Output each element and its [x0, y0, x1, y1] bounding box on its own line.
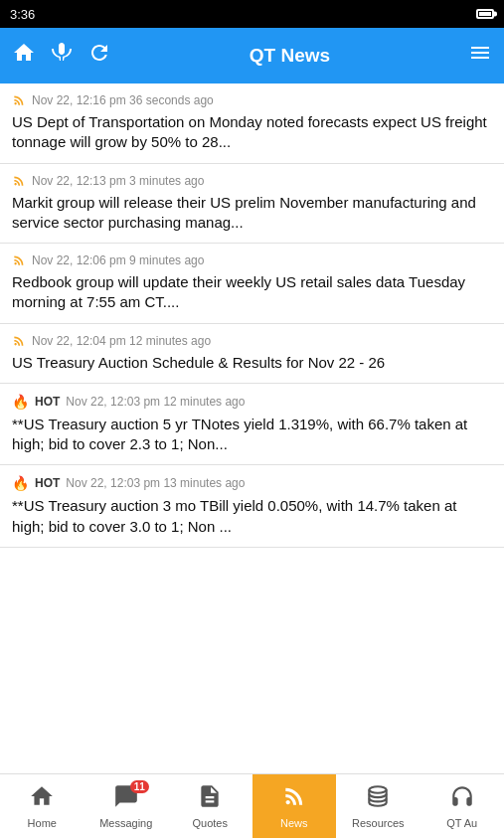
nav-item-qt-au[interactable]: QT Au	[420, 774, 505, 838]
header-title: QT News	[111, 45, 468, 67]
news-item[interactable]: Nov 22, 12:16 pm 36 seconds ago US Dept …	[0, 84, 504, 164]
rss-icon	[12, 334, 26, 348]
news-time: Nov 22, 12:13 pm 3 minutes ago	[32, 174, 204, 188]
news-title: **US Treasury auction 3 mo TBill yield 0…	[12, 496, 492, 537]
news-nav-label: News	[280, 817, 308, 829]
news-title: Redbook group will update their weekly U…	[12, 272, 492, 313]
quotes-nav-icon	[197, 783, 223, 815]
svg-point-0	[370, 786, 387, 793]
qt-au-nav-label: QT Au	[446, 817, 477, 829]
nav-item-resources[interactable]: Resources	[336, 774, 420, 838]
news-meta: 🔥 HOT Nov 22, 12:03 pm 13 minutes ago	[12, 475, 492, 491]
mic-icon[interactable]	[50, 41, 74, 71]
news-meta: 🔥 HOT Nov 22, 12:03 pm 12 minutes ago	[12, 394, 492, 410]
home-nav-icon	[29, 783, 55, 815]
nav-item-quotes[interactable]: Quotes	[168, 774, 252, 838]
news-meta: Nov 22, 12:13 pm 3 minutes ago	[12, 174, 492, 188]
bottom-nav: Home 11 Messaging Quotes News Resources …	[0, 773, 504, 838]
news-item[interactable]: 🔥 HOT Nov 22, 12:03 pm 13 minutes ago **…	[0, 465, 504, 548]
news-time: Nov 22, 12:03 pm 12 minutes ago	[66, 395, 245, 409]
refresh-icon[interactable]	[87, 41, 111, 71]
home-icon[interactable]	[12, 41, 36, 71]
status-time: 3:36	[10, 7, 35, 22]
news-title: US Dept of Transportation on Monday note…	[12, 112, 492, 153]
rss-icon	[12, 174, 26, 188]
messaging-nav-label: Messaging	[99, 817, 152, 829]
news-item[interactable]: 🔥 HOT Nov 22, 12:03 pm 12 minutes ago **…	[0, 384, 504, 466]
news-item[interactable]: Nov 22, 12:06 pm 9 minutes ago Redbook g…	[0, 244, 504, 324]
nav-item-news[interactable]: News	[252, 774, 337, 838]
hot-label: HOT	[35, 395, 60, 409]
news-title: Markit group will release their US preli…	[12, 193, 492, 234]
hot-label: HOT	[35, 476, 60, 490]
quotes-nav-label: Quotes	[193, 817, 228, 829]
nav-item-messaging[interactable]: 11 Messaging	[84, 774, 169, 838]
header-left-icons	[12, 41, 111, 71]
resources-nav-icon	[365, 783, 391, 815]
rss-icon	[12, 93, 26, 107]
status-bar: 3:36	[0, 0, 504, 28]
news-item[interactable]: Nov 22, 12:13 pm 3 minutes ago Markit gr…	[0, 164, 504, 245]
news-title: US Treasury Auction Schedule & Results f…	[12, 353, 492, 373]
home-nav-label: Home	[28, 817, 57, 829]
resources-nav-label: Resources	[352, 817, 405, 829]
news-list: Nov 22, 12:16 pm 36 seconds ago US Dept …	[0, 84, 504, 773]
news-time: Nov 22, 12:04 pm 12 minutes ago	[32, 334, 211, 348]
header: QT News	[0, 28, 504, 84]
news-meta: Nov 22, 12:04 pm 12 minutes ago	[12, 334, 492, 348]
fire-icon: 🔥	[12, 475, 29, 491]
battery-icon	[476, 9, 494, 19]
news-time: Nov 22, 12:16 pm 36 seconds ago	[32, 93, 214, 107]
status-icons	[476, 9, 494, 19]
fire-icon: 🔥	[12, 394, 29, 410]
news-time: Nov 22, 12:03 pm 13 minutes ago	[66, 476, 245, 490]
news-meta: Nov 22, 12:06 pm 9 minutes ago	[12, 253, 492, 267]
news-time: Nov 22, 12:06 pm 9 minutes ago	[32, 253, 204, 267]
rss-icon	[12, 253, 26, 267]
news-nav-icon	[281, 783, 307, 815]
news-item[interactable]: Nov 22, 12:04 pm 12 minutes ago US Treas…	[0, 324, 504, 384]
menu-icon[interactable]	[468, 41, 492, 71]
nav-badge: 11	[130, 780, 149, 793]
news-meta: Nov 22, 12:16 pm 36 seconds ago	[12, 93, 492, 107]
news-title: **US Treasury auction 5 yr TNotes yield …	[12, 415, 492, 455]
nav-item-home[interactable]: Home	[0, 774, 84, 838]
qt-au-nav-icon	[449, 783, 475, 815]
